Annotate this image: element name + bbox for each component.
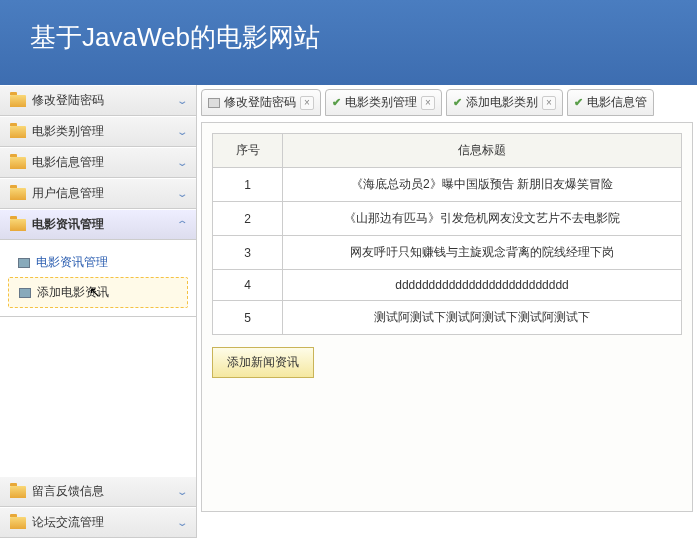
sidebar-item-password[interactable]: 修改登陆密码 ⌄ [0, 85, 196, 116]
doc-icon [208, 98, 220, 108]
close-icon[interactable]: × [542, 96, 556, 110]
sidebar-item-forum[interactable]: 论坛交流管理 ⌄ [0, 507, 196, 538]
sidebar-item-feedback[interactable]: 留言反馈信息 ⌄ [0, 476, 196, 507]
chevron-down-icon: ⌄ [176, 157, 188, 168]
chevron-down-icon: ⌄ [176, 486, 188, 497]
folder-icon [10, 95, 26, 107]
folder-icon [10, 486, 26, 498]
tab-movie-info[interactable]: ✔ 电影信息管 [567, 89, 654, 116]
content-area: 修改登陆密码 × ✔ 电影类别管理 × ✔ 添加电影类别 × ✔ 电影信息管 [197, 85, 697, 538]
submenu-item-add-news[interactable]: 添加电影资讯 ↖ [8, 277, 188, 308]
folder-icon [10, 219, 26, 231]
tabs-bar: 修改登陆密码 × ✔ 电影类别管理 × ✔ 添加电影类别 × ✔ 电影信息管 [201, 89, 697, 116]
chevron-down-icon: ⌄ [176, 126, 188, 137]
doc-icon [19, 288, 31, 298]
chevron-down-icon: ⌄ [176, 95, 188, 106]
check-icon: ✔ [453, 97, 462, 108]
submenu: 电影资讯管理 添加电影资讯 ↖ [0, 240, 196, 317]
page-header: 基于JavaWeb的电影网站 [0, 0, 697, 85]
page-title: 基于JavaWeb的电影网站 [30, 22, 320, 52]
tab-password[interactable]: 修改登陆密码 × [201, 89, 321, 116]
check-icon: ✔ [574, 97, 583, 108]
sidebar-item-movie-info[interactable]: 电影信息管理 ⌄ [0, 147, 196, 178]
table-row[interactable]: 5测试阿测试下测试阿测试下测试阿测试下 [213, 301, 682, 335]
add-news-button[interactable]: 添加新闻资讯 [212, 347, 314, 378]
folder-icon [10, 126, 26, 138]
sidebar-item-movie-news[interactable]: 电影资讯管理 ⌃ [0, 209, 196, 240]
tab-category[interactable]: ✔ 电影类别管理 × [325, 89, 442, 116]
folder-icon [10, 188, 26, 200]
folder-icon [10, 517, 26, 529]
check-icon: ✔ [332, 97, 341, 108]
chevron-up-icon: ⌃ [176, 219, 188, 230]
chevron-down-icon: ⌄ [176, 517, 188, 528]
sidebar: 修改登陆密码 ⌄ 电影类别管理 ⌄ 电影信息管理 ⌄ 用户信息管理 ⌄ 电影资讯… [0, 85, 197, 538]
folder-icon [10, 157, 26, 169]
table-row[interactable]: 2《山那边有匹马》引发危机网友没文艺片不去电影院 [213, 202, 682, 236]
content-panel: 序号 信息标题 1《海底总动员2》曝中国版预告 新朋旧友爆笑冒险 2《山那边有匹… [201, 122, 693, 512]
table-header-seq: 序号 [213, 134, 283, 168]
table-row[interactable]: 3网友呼吁只知赚钱与主旋观念背离的院线经理下岗 [213, 236, 682, 270]
table-header-title: 信息标题 [283, 134, 682, 168]
close-icon[interactable]: × [300, 96, 314, 110]
doc-icon [18, 258, 30, 268]
chevron-down-icon: ⌄ [176, 188, 188, 199]
sidebar-item-category[interactable]: 电影类别管理 ⌄ [0, 116, 196, 147]
news-table: 序号 信息标题 1《海底总动员2》曝中国版预告 新朋旧友爆笑冒险 2《山那边有匹… [212, 133, 682, 335]
tab-add-category[interactable]: ✔ 添加电影类别 × [446, 89, 563, 116]
table-row[interactable]: 1《海底总动员2》曝中国版预告 新朋旧友爆笑冒险 [213, 168, 682, 202]
close-icon[interactable]: × [421, 96, 435, 110]
sidebar-item-user-info[interactable]: 用户信息管理 ⌄ [0, 178, 196, 209]
table-row[interactable]: 4dddddddddddddddddddddddddd [213, 270, 682, 301]
submenu-item-news-manage[interactable]: 电影资讯管理 [8, 248, 188, 277]
